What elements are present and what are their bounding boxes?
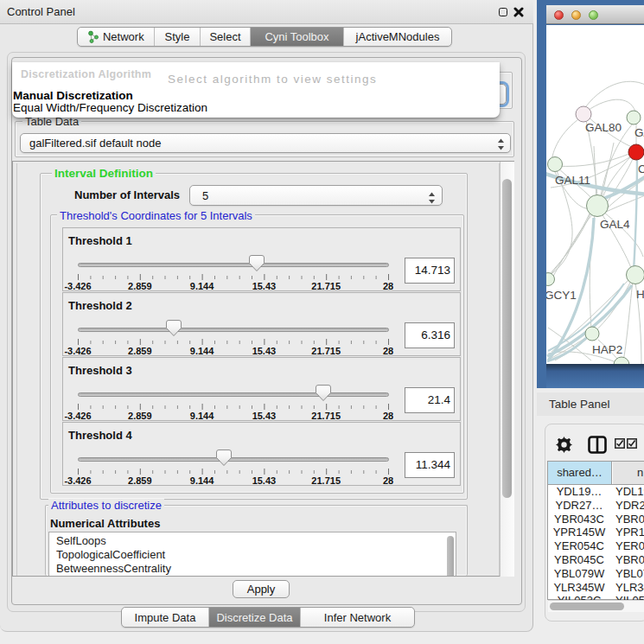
svg-text:GA: GA — [634, 126, 644, 139]
svg-text:GAL11: GAL11 — [555, 174, 590, 187]
svg-text:H: H — [636, 288, 644, 301]
svg-text:GAL4: GAL4 — [600, 218, 630, 231]
svg-text:HAP2: HAP2 — [592, 343, 622, 356]
svg-text:GCY1: GCY1 — [546, 289, 577, 302]
svg-text:CY: CY — [638, 163, 644, 175]
svg-text:GAL80: GAL80 — [585, 121, 622, 134]
